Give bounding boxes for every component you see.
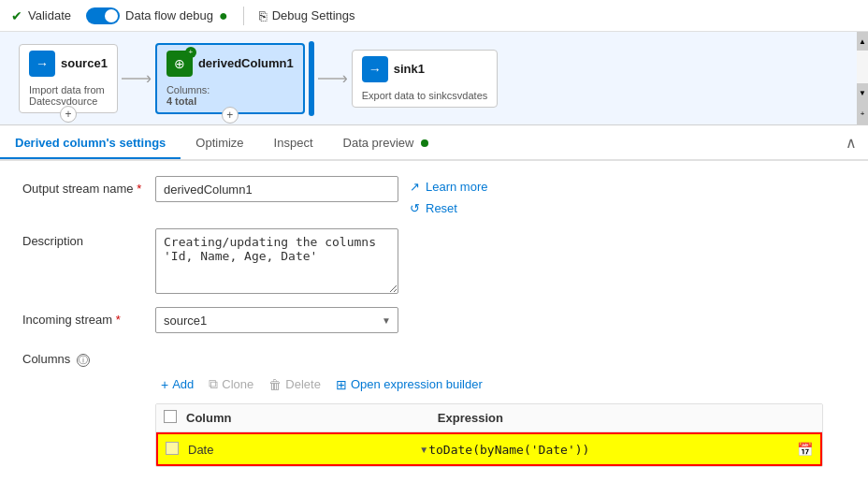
add-label: Add bbox=[172, 377, 194, 391]
learn-more-label: Learn more bbox=[426, 180, 487, 194]
reset-label: Reset bbox=[426, 201, 457, 215]
side-links: ↗ Learn more ↺ Reset bbox=[410, 176, 487, 215]
description-row: Description Creating/updating the column… bbox=[22, 228, 846, 294]
col-row-checkbox[interactable] bbox=[166, 442, 179, 455]
validate-button[interactable]: ✔ Validate bbox=[11, 8, 71, 23]
columns-info-icon[interactable]: ⓘ bbox=[77, 354, 90, 367]
open-expression-button[interactable]: ⊞ Open expression builder bbox=[330, 373, 488, 396]
col-header-expression: Expression bbox=[438, 411, 815, 425]
add-column-button[interactable]: + Add bbox=[155, 373, 199, 396]
columns-label: Columns ⓘ bbox=[22, 346, 144, 367]
delete-column-button[interactable]: 🗑 Delete bbox=[263, 373, 326, 396]
arrow-head-2: › bbox=[342, 68, 348, 88]
tab-optimize-label: Optimize bbox=[195, 136, 243, 150]
incoming-stream-label: Incoming stream * bbox=[22, 307, 144, 327]
col-name-wrapper: ▼ bbox=[188, 443, 428, 457]
tab-inspect[interactable]: Inspect bbox=[259, 128, 328, 159]
output-stream-row: Output stream name * ↗ Learn more ↺ Rese… bbox=[22, 176, 846, 215]
bottom-panel: Derived column's settings Optimize Inspe… bbox=[0, 125, 868, 482]
clone-label: Clone bbox=[222, 377, 253, 391]
tab-settings[interactable]: Derived column's settings bbox=[0, 128, 181, 159]
arrow-head-1: › bbox=[146, 68, 152, 88]
columns-toolbar: + Add ⧉ Clone 🗑 Delete ⊞ Open expression… bbox=[155, 372, 846, 396]
derived-transform-icon: ⊕ bbox=[174, 56, 185, 71]
check-icon: ✔ bbox=[11, 8, 22, 23]
source1-label: Import data fromDatecsvdource bbox=[29, 84, 105, 107]
source1-icon-row: → source1 bbox=[29, 51, 108, 77]
delete-label: Delete bbox=[285, 377, 321, 391]
sink1-icon-row: → sink1 bbox=[362, 56, 425, 82]
col-row-checkbox-cell bbox=[166, 442, 188, 458]
debug-settings-icon: ⎘ bbox=[259, 8, 267, 23]
description-label: Description bbox=[22, 228, 144, 248]
tab-preview[interactable]: Data preview bbox=[328, 128, 444, 159]
incoming-stream-star: * bbox=[116, 313, 121, 327]
main-container: ✔ Validate Data flow debug ● ⎘ Debug Set… bbox=[0, 0, 868, 482]
sink-arrow-icon: → bbox=[369, 62, 382, 77]
tab-optimize[interactable]: Optimize bbox=[181, 128, 258, 159]
derived-badge: + bbox=[185, 47, 196, 58]
clone-icon: ⧉ bbox=[209, 376, 218, 392]
zoom-in-btn[interactable]: + bbox=[857, 102, 868, 124]
canvas-scrollbar[interactable]: ▲ ▼ + bbox=[857, 32, 868, 124]
learn-more-link[interactable]: ↗ Learn more bbox=[410, 180, 487, 194]
sink1-icon: → bbox=[362, 56, 388, 82]
tabs-bar: Derived column's settings Optimize Inspe… bbox=[0, 125, 868, 161]
columns-section: Columns ⓘ + Add ⧉ Clone 🗑 bbox=[22, 346, 846, 467]
derived-column-node: ⊕ + derivedColumn1 Columns:4 total + bbox=[155, 43, 305, 114]
source1-title: source1 bbox=[61, 56, 108, 70]
derived-title: derivedColumn1 bbox=[198, 56, 294, 70]
source1-box[interactable]: → source1 Import data fromDatecsvdource bbox=[19, 44, 118, 113]
external-link-icon: ↗ bbox=[410, 180, 420, 194]
source1-add-btn[interactable]: + bbox=[60, 106, 77, 123]
add-icon: + bbox=[161, 377, 168, 392]
source1-node: → source1 Import data fromDatecsvdource … bbox=[19, 44, 118, 113]
toolbar-divider bbox=[243, 7, 244, 25]
sink1-box[interactable]: → sink1 Export data to sinkcsvdates bbox=[352, 50, 499, 108]
col-calendar-icon[interactable]: 📅 bbox=[797, 442, 813, 457]
tab-inspect-label: Inspect bbox=[274, 136, 313, 150]
derived-column-box[interactable]: ⊕ + derivedColumn1 Columns:4 total bbox=[155, 43, 305, 114]
debug-label: Data flow debug bbox=[125, 8, 213, 22]
toolbar: ✔ Validate Data flow debug ● ⎘ Debug Set… bbox=[0, 0, 868, 32]
derived-add-btn[interactable]: + bbox=[222, 107, 239, 124]
debug-toggle[interactable] bbox=[86, 7, 120, 24]
sink1-title: sink1 bbox=[394, 62, 425, 76]
scroll-up-btn[interactable]: ▲ bbox=[857, 32, 868, 51]
columns-table: Column Expression ▼ toDate(byName('Date'… bbox=[155, 403, 823, 467]
col-header-checkbox-cell bbox=[164, 410, 186, 426]
preview-dot bbox=[421, 139, 428, 147]
col-header-checkbox[interactable] bbox=[164, 410, 177, 423]
expression-icon: ⊞ bbox=[336, 377, 347, 392]
incoming-stream-select[interactable]: source1 bbox=[155, 307, 398, 333]
reset-link[interactable]: ↺ Reset bbox=[410, 201, 487, 215]
description-input[interactable]: Creating/updating the columns 'Id, Name,… bbox=[155, 228, 398, 294]
scroll-down-btn[interactable]: ▼ bbox=[857, 83, 868, 102]
scroll-track bbox=[857, 51, 868, 83]
debug-toggle-group: Data flow debug ● bbox=[86, 7, 228, 24]
output-stream-star: * bbox=[137, 182, 141, 196]
debug-settings-label: Debug Settings bbox=[272, 8, 355, 22]
output-stream-label: Output stream name * bbox=[22, 176, 144, 196]
canvas: → source1 Import data fromDatecsvdource … bbox=[0, 32, 868, 125]
clone-column-button[interactable]: ⧉ Clone bbox=[203, 372, 259, 396]
table-row[interactable]: ▼ toDate(byName('Date')) 📅 bbox=[156, 432, 822, 466]
derived-icon-row: ⊕ + derivedColumn1 bbox=[166, 51, 294, 77]
tab-settings-label: Derived column's settings bbox=[15, 136, 166, 150]
debug-status-dot: ● bbox=[219, 7, 228, 24]
col-header-row: Column Expression bbox=[156, 404, 822, 432]
selected-indicator bbox=[309, 41, 314, 116]
col-name-input[interactable] bbox=[188, 443, 415, 457]
derived-label: Columns:4 total bbox=[166, 84, 210, 107]
arrow-2: › bbox=[318, 68, 348, 88]
col-header-name: Column bbox=[186, 411, 438, 425]
collapse-button[interactable]: ∧ bbox=[834, 130, 868, 155]
reset-icon: ↺ bbox=[410, 201, 420, 215]
toggle-thumb bbox=[105, 9, 118, 22]
debug-settings-button[interactable]: ⎘ Debug Settings bbox=[259, 8, 355, 23]
derived-icon: ⊕ + bbox=[166, 51, 193, 77]
arrow-1: › bbox=[122, 68, 152, 88]
col-dropdown-icon[interactable]: ▼ bbox=[419, 445, 428, 455]
output-stream-input[interactable] bbox=[155, 176, 398, 202]
open-expression-label: Open expression builder bbox=[351, 377, 483, 391]
